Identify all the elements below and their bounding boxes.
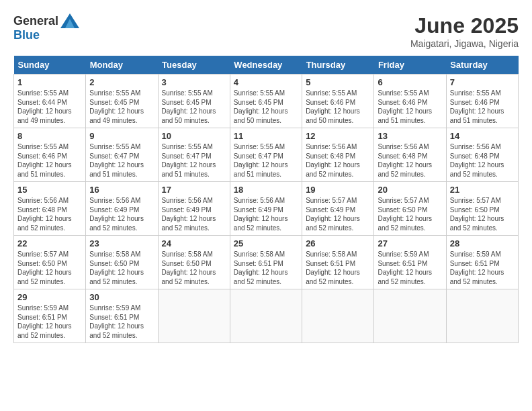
day-number: 26 — [306, 238, 370, 248]
day-number: 2 — [89, 77, 154, 87]
day-number: 8 — [17, 131, 82, 141]
col-saturday: Saturday — [446, 56, 518, 75]
day-number: 23 — [89, 238, 154, 248]
day-info: Sunrise: 5:55 AM Sunset: 6:46 PM Dayligh… — [306, 89, 370, 125]
col-tuesday: Tuesday — [158, 56, 230, 75]
day-info: Sunrise: 5:59 AM Sunset: 6:51 PM Dayligh… — [378, 250, 442, 286]
month-title: June 2025 — [410, 13, 519, 38]
day-number: 16 — [89, 185, 154, 195]
table-row: 8Sunrise: 5:55 AM Sunset: 6:46 PM Daylig… — [14, 128, 86, 182]
day-info: Sunrise: 5:59 AM Sunset: 6:51 PM Dayligh… — [450, 250, 515, 286]
day-info: Sunrise: 5:56 AM Sunset: 6:48 PM Dayligh… — [306, 142, 370, 179]
day-number: 21 — [450, 185, 515, 195]
day-info: Sunrise: 5:58 AM Sunset: 6:50 PM Dayligh… — [162, 250, 226, 286]
table-row: 26Sunrise: 5:58 AM Sunset: 6:51 PM Dayli… — [302, 236, 374, 289]
day-number: 20 — [378, 185, 442, 195]
table-row: 6Sunrise: 5:55 AM Sunset: 6:46 PM Daylig… — [374, 75, 446, 128]
table-row: 30Sunrise: 5:59 AM Sunset: 6:51 PM Dayli… — [86, 289, 158, 343]
table-row: 9Sunrise: 5:55 AM Sunset: 6:47 PM Daylig… — [86, 128, 158, 182]
day-number: 14 — [450, 131, 515, 141]
table-row: 16Sunrise: 5:56 AM Sunset: 6:49 PM Dayli… — [86, 182, 158, 236]
table-row: 14Sunrise: 5:56 AM Sunset: 6:48 PM Dayli… — [446, 128, 518, 182]
day-number: 3 — [162, 77, 226, 87]
day-info: Sunrise: 5:55 AM Sunset: 6:47 PM Dayligh… — [162, 142, 226, 179]
day-info: Sunrise: 5:58 AM Sunset: 6:51 PM Dayligh… — [234, 250, 298, 286]
table-row: 24Sunrise: 5:58 AM Sunset: 6:50 PM Dayli… — [158, 236, 230, 289]
day-number: 19 — [306, 185, 370, 195]
day-number: 9 — [89, 131, 154, 141]
day-info: Sunrise: 5:55 AM Sunset: 6:46 PM Dayligh… — [17, 142, 82, 179]
logo: General Blue — [13, 13, 79, 42]
day-info: Sunrise: 5:55 AM Sunset: 6:44 PM Dayligh… — [17, 89, 82, 125]
day-info: Sunrise: 5:57 AM Sunset: 6:49 PM Dayligh… — [306, 196, 370, 232]
table-row: 4Sunrise: 5:55 AM Sunset: 6:45 PM Daylig… — [230, 75, 302, 128]
logo-blue: Blue — [13, 28, 40, 42]
day-number: 12 — [306, 131, 370, 141]
table-row: 15Sunrise: 5:56 AM Sunset: 6:48 PM Dayli… — [14, 182, 86, 236]
table-row — [158, 289, 230, 343]
day-info: Sunrise: 5:56 AM Sunset: 6:48 PM Dayligh… — [17, 196, 82, 232]
day-info: Sunrise: 5:56 AM Sunset: 6:49 PM Dayligh… — [89, 196, 154, 232]
day-info: Sunrise: 5:56 AM Sunset: 6:49 PM Dayligh… — [162, 196, 226, 232]
table-row: 7Sunrise: 5:55 AM Sunset: 6:46 PM Daylig… — [446, 75, 518, 128]
day-info: Sunrise: 5:56 AM Sunset: 6:48 PM Dayligh… — [378, 142, 442, 179]
table-row: 19Sunrise: 5:57 AM Sunset: 6:49 PM Dayli… — [302, 182, 374, 236]
col-sunday: Sunday — [14, 56, 86, 75]
day-number: 10 — [162, 131, 226, 141]
table-row: 27Sunrise: 5:59 AM Sunset: 6:51 PM Dayli… — [374, 236, 446, 289]
table-row — [230, 289, 302, 343]
title-block: June 2025 Maigatari, Jigawa, Nigeria — [410, 13, 519, 49]
location: Maigatari, Jigawa, Nigeria — [410, 38, 519, 49]
day-info: Sunrise: 5:57 AM Sunset: 6:50 PM Dayligh… — [450, 196, 515, 232]
day-info: Sunrise: 5:57 AM Sunset: 6:50 PM Dayligh… — [17, 250, 82, 286]
col-wednesday: Wednesday — [230, 56, 302, 75]
table-row: 18Sunrise: 5:56 AM Sunset: 6:49 PM Dayli… — [230, 182, 302, 236]
table-row: 3Sunrise: 5:55 AM Sunset: 6:45 PM Daylig… — [158, 75, 230, 128]
col-thursday: Thursday — [302, 56, 374, 75]
day-number: 5 — [306, 77, 370, 87]
day-number: 1 — [17, 77, 82, 87]
day-number: 4 — [234, 77, 298, 87]
table-row: 10Sunrise: 5:55 AM Sunset: 6:47 PM Dayli… — [158, 128, 230, 182]
day-info: Sunrise: 5:59 AM Sunset: 6:51 PM Dayligh… — [89, 304, 154, 340]
day-number: 22 — [17, 238, 82, 248]
table-row: 13Sunrise: 5:56 AM Sunset: 6:48 PM Dayli… — [374, 128, 446, 182]
day-info: Sunrise: 5:56 AM Sunset: 6:49 PM Dayligh… — [234, 196, 298, 232]
table-row: 29Sunrise: 5:59 AM Sunset: 6:51 PM Dayli… — [14, 289, 86, 343]
day-number: 18 — [234, 185, 298, 195]
day-number: 27 — [378, 238, 442, 248]
table-row: 11Sunrise: 5:55 AM Sunset: 6:47 PM Dayli… — [230, 128, 302, 182]
table-row — [302, 289, 374, 343]
table-row: 12Sunrise: 5:56 AM Sunset: 6:48 PM Dayli… — [302, 128, 374, 182]
day-number: 11 — [234, 131, 298, 141]
day-number: 25 — [234, 238, 298, 248]
day-info: Sunrise: 5:55 AM Sunset: 6:45 PM Dayligh… — [234, 89, 298, 125]
table-row: 28Sunrise: 5:59 AM Sunset: 6:51 PM Dayli… — [446, 236, 518, 289]
col-friday: Friday — [374, 56, 446, 75]
calendar-table: Sunday Monday Tuesday Wednesday Thursday… — [13, 56, 519, 343]
table-row: 1Sunrise: 5:55 AM Sunset: 6:44 PM Daylig… — [14, 75, 86, 128]
table-row: 21Sunrise: 5:57 AM Sunset: 6:50 PM Dayli… — [446, 182, 518, 236]
day-number: 30 — [89, 292, 154, 302]
day-info: Sunrise: 5:55 AM Sunset: 6:47 PM Dayligh… — [89, 142, 154, 179]
day-number: 13 — [378, 131, 442, 141]
day-info: Sunrise: 5:55 AM Sunset: 6:46 PM Dayligh… — [378, 89, 442, 125]
table-row: 17Sunrise: 5:56 AM Sunset: 6:49 PM Dayli… — [158, 182, 230, 236]
table-row: 22Sunrise: 5:57 AM Sunset: 6:50 PM Dayli… — [14, 236, 86, 289]
day-info: Sunrise: 5:56 AM Sunset: 6:48 PM Dayligh… — [450, 142, 515, 179]
logo-general: General — [13, 14, 58, 28]
day-number: 29 — [17, 292, 82, 302]
day-info: Sunrise: 5:58 AM Sunset: 6:51 PM Dayligh… — [306, 250, 370, 286]
day-info: Sunrise: 5:58 AM Sunset: 6:50 PM Dayligh… — [89, 250, 154, 286]
table-row: 20Sunrise: 5:57 AM Sunset: 6:50 PM Dayli… — [374, 182, 446, 236]
page-header: General Blue June 2025 Maigatari, Jigawa… — [13, 13, 519, 49]
table-row — [446, 289, 518, 343]
day-number: 28 — [450, 238, 515, 248]
day-number: 7 — [450, 77, 515, 87]
day-number: 17 — [162, 185, 226, 195]
day-info: Sunrise: 5:55 AM Sunset: 6:45 PM Dayligh… — [162, 89, 226, 125]
table-row — [374, 289, 446, 343]
logo-icon — [60, 13, 79, 28]
day-info: Sunrise: 5:55 AM Sunset: 6:47 PM Dayligh… — [234, 142, 298, 179]
day-number: 24 — [162, 238, 226, 248]
